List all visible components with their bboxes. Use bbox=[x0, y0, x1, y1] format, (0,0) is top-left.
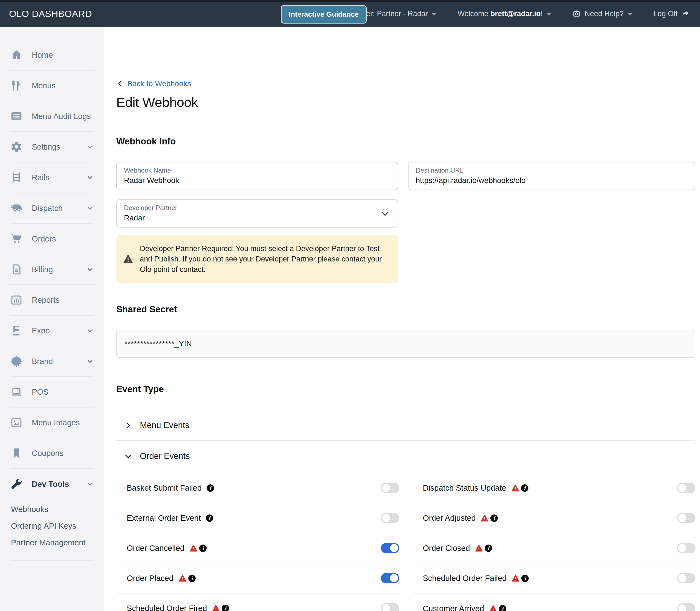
event-type-heading: Event Type bbox=[116, 384, 695, 394]
bookmark-icon bbox=[10, 447, 23, 459]
camera-icon bbox=[572, 10, 581, 18]
order-events-label: Order Events bbox=[140, 451, 190, 461]
sidebar-item-dispatch[interactable]: Dispatch bbox=[10, 193, 94, 224]
alert-triangle-icon bbox=[123, 254, 133, 264]
info-icon[interactable]: i bbox=[521, 485, 528, 492]
shared-secret-value: ****************_YIN bbox=[125, 339, 192, 348]
chevron-down-icon bbox=[86, 480, 94, 488]
chevron-down-icon bbox=[432, 13, 436, 16]
gear-icon bbox=[10, 141, 23, 153]
sidebar-item-ordering-api-keys[interactable]: Ordering API Keys bbox=[10, 518, 94, 534]
brand-logo: OLO DASHBOARD bbox=[0, 0, 92, 27]
destination-url-field[interactable]: Destination URL https://api.radar.io/web… bbox=[408, 162, 695, 190]
info-icon[interactable]: i bbox=[521, 575, 529, 582]
shared-secret-field[interactable]: ****************_YIN bbox=[116, 330, 695, 358]
info-icon[interactable]: i bbox=[491, 515, 498, 522]
warning-triangle-icon bbox=[212, 605, 220, 611]
webhook-info-heading: Webhook Info bbox=[116, 136, 695, 147]
need-help-dropdown[interactable]: Need Help? bbox=[562, 0, 643, 27]
developer-partner-select[interactable]: Developer Partner Radar bbox=[116, 199, 398, 227]
events-left-column: Basket Submit Failed i External Order Ev… bbox=[116, 473, 399, 611]
event-row-dispatch-status-update: Dispatch Status Update i bbox=[412, 473, 695, 503]
audit-logs-icon bbox=[10, 110, 23, 122]
share-arrow-icon bbox=[681, 10, 690, 18]
warning-text: Developer Partner Required: You must sel… bbox=[140, 243, 389, 274]
toggle-scheduled-order-failed[interactable] bbox=[677, 573, 695, 583]
toggle-order-placed[interactable] bbox=[381, 573, 399, 583]
brand-seal-icon bbox=[10, 355, 23, 367]
wrench-icon bbox=[10, 478, 23, 490]
warning-triangle-icon bbox=[511, 575, 520, 582]
sidebar-item-billing[interactable]: Billing bbox=[10, 254, 94, 285]
laptop-icon bbox=[10, 386, 23, 398]
sidebar-item-pos[interactable]: POS bbox=[10, 377, 94, 407]
developer-partner-value: Radar bbox=[124, 213, 391, 222]
event-row-external-order-event: External Order Event i bbox=[116, 503, 399, 533]
utensils-icon bbox=[10, 79, 23, 92]
dev-tools-submenu: Webhooks Ordering API Keys Partner Manag… bbox=[10, 501, 94, 561]
order-events-accordion[interactable]: Order Events bbox=[116, 441, 695, 472]
info-icon[interactable]: i bbox=[206, 515, 213, 522]
sidebar-item-webhooks[interactable]: Webhooks bbox=[10, 501, 94, 518]
sidebar-item-rails[interactable]: Rails bbox=[10, 162, 94, 193]
sidebar-item-coupons[interactable]: Coupons bbox=[10, 438, 94, 469]
interactive-guidance-button[interactable]: Interactive Guidance bbox=[281, 5, 367, 24]
sidebar-item-reports[interactable]: Reports bbox=[10, 285, 94, 316]
page-title: Edit Webhook bbox=[116, 95, 695, 110]
user-email: brett@radar.io bbox=[491, 10, 541, 18]
need-help-label: Need Help? bbox=[584, 10, 624, 18]
menu-events-accordion[interactable]: Menu Events bbox=[116, 410, 695, 441]
toggle-scheduled-order-fired[interactable] bbox=[381, 603, 399, 611]
home-icon bbox=[10, 49, 23, 61]
toggle-basket-submit-failed[interactable] bbox=[381, 483, 399, 493]
sidebar-item-expo[interactable]: Expo bbox=[10, 316, 94, 346]
destination-url-label: Destination URL bbox=[416, 167, 688, 174]
chevron-down-icon bbox=[124, 452, 132, 460]
info-icon[interactable]: i bbox=[222, 605, 229, 611]
info-icon[interactable]: i bbox=[499, 605, 506, 611]
chevron-left-icon bbox=[116, 80, 124, 88]
sidebar-item-home[interactable]: Home bbox=[10, 40, 94, 71]
info-icon[interactable]: i bbox=[188, 575, 196, 582]
warning-triangle-icon bbox=[475, 544, 483, 552]
chevron-down-icon bbox=[86, 204, 94, 212]
event-row-order-closed: Order Closed i bbox=[412, 533, 695, 563]
back-to-webhooks-link[interactable]: Back to Webhooks bbox=[127, 79, 191, 88]
developer-partner-label: Developer Partner bbox=[124, 204, 391, 212]
sidebar-item-orders[interactable]: Orders bbox=[10, 224, 94, 254]
toggle-external-order-event[interactable] bbox=[381, 513, 399, 523]
event-row-customer-arrived: Customer Arrived i bbox=[412, 594, 695, 611]
event-row-scheduled-order-fired: Scheduled Order Fired i bbox=[116, 594, 399, 611]
toggle-order-cancelled[interactable] bbox=[381, 543, 399, 553]
log-off-button[interactable]: Log Off bbox=[643, 0, 700, 27]
chevron-down-icon bbox=[627, 13, 632, 16]
sidebar-item-settings[interactable]: Settings bbox=[10, 132, 94, 162]
warning-triangle-icon bbox=[489, 605, 497, 611]
chevron-down-icon bbox=[86, 327, 94, 334]
events-right-column: Dispatch Status Update i Order Adjusted … bbox=[412, 473, 695, 611]
toggle-customer-arrived[interactable] bbox=[677, 603, 695, 611]
toggle-dispatch-status-update[interactable] bbox=[677, 483, 695, 493]
chevron-down-icon bbox=[380, 209, 390, 219]
info-icon[interactable]: i bbox=[485, 545, 492, 552]
user-menu-dropdown[interactable]: Welcome brett@radar.io! bbox=[447, 0, 562, 27]
event-row-order-cancelled: Order Cancelled i bbox=[116, 533, 399, 563]
info-icon[interactable]: i bbox=[199, 545, 207, 552]
toggle-order-closed[interactable] bbox=[677, 543, 695, 553]
olo-dashboard-app: OLO DASHBOARD Interactive Guidance Filte… bbox=[0, 0, 700, 611]
event-row-scheduled-order-failed: Scheduled Order Failed i bbox=[412, 563, 695, 594]
sidebar-item-menu-images[interactable]: Menu Images bbox=[10, 407, 94, 438]
cart-icon bbox=[10, 233, 23, 245]
warning-triangle-icon bbox=[511, 484, 520, 492]
chevron-right-icon bbox=[124, 421, 132, 429]
sidebar-item-dev-tools[interactable]: Dev Tools bbox=[10, 469, 94, 500]
log-off-label: Log Off bbox=[654, 10, 677, 18]
info-icon[interactable]: i bbox=[207, 485, 214, 492]
sidebar-item-menus[interactable]: Menus bbox=[10, 71, 94, 101]
sidebar-item-partner-management[interactable]: Partner Management bbox=[10, 534, 94, 551]
toggle-order-adjusted[interactable] bbox=[677, 513, 695, 523]
webhook-name-field[interactable]: Webhook Name Radar Webhook bbox=[116, 162, 398, 190]
image-icon bbox=[10, 417, 23, 429]
sidebar-item-brand[interactable]: Brand bbox=[10, 346, 94, 377]
sidebar-item-menu-audit-logs[interactable]: Menu Audit Logs bbox=[10, 101, 94, 132]
